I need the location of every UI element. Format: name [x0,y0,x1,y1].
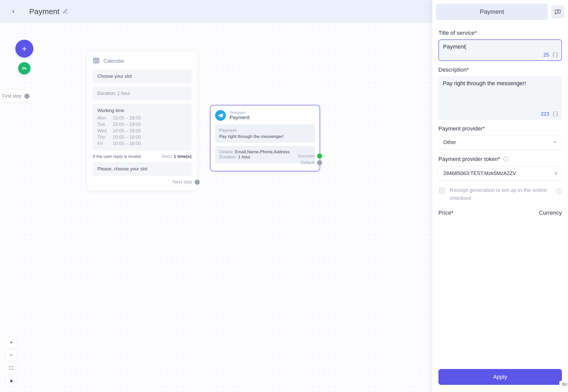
calendar-node-header: Calendar [93,57,192,65]
token-value: 284685063:TEST:Mzk5MzA2ZV [443,170,516,176]
price-currency-labels: Price* Currency [438,210,562,216]
provider-value: Other [443,139,456,145]
edit-title-icon[interactable] [62,7,68,16]
token-label: Payment provider token* ⓘ [438,155,562,163]
apply-button[interactable]: Apply [438,369,562,385]
provider-label: Payment provider* [438,125,562,132]
price-label: Price* [438,210,454,216]
duration-block: Duration: 1 hour [93,87,192,100]
payment-node[interactable]: Telegram Payment Payment Pay right throu… [210,105,320,171]
text-caret [466,44,466,50]
receipt-checkbox[interactable] [438,187,445,194]
title-input[interactable]: Payment [443,43,557,50]
payment-node-header: Telegram Payment [215,110,315,121]
payment-message-block: Payment Pay right through the messenger! [215,124,315,143]
chevron-down-icon [553,139,557,145]
calendar-node-title: Calendar [103,58,124,64]
first-step-label: First step [2,93,21,99]
svg-point-10 [96,60,97,61]
invalid-reply-row: If the user reply is invalid Retry 1 tim… [93,154,192,159]
provider-select[interactable]: Other [438,135,562,150]
wh-row: Tue10:00 – 18:00 [97,122,187,127]
port-default[interactable]: Default [301,160,322,165]
invalid-reply-label: If the user reply is invalid [93,154,141,159]
help-button[interactable] [551,5,564,18]
choose-slot-block: Choose your slot [93,70,192,83]
payment-output-ports: Success Default [298,154,322,165]
wh-row: Mon10:00 – 18:00 [97,115,187,121]
title-label: Title of service* [438,30,562,36]
zoom-in-button[interactable]: + [6,337,17,348]
add-node-button[interactable]: + [15,40,33,58]
title-input-wrapper[interactable]: Payment 25 { } [438,39,562,61]
info-icon[interactable]: ⓘ [556,188,562,195]
wh-row: Fri10:00 – 18:00 [97,141,187,146]
payment-block-body: Pay right through the messenger! [219,134,311,139]
connectors-layer [0,23,77,61]
success-port-dot[interactable] [317,154,322,159]
payment-channel: Telegram [229,110,250,115]
svg-point-12 [95,62,95,62]
calendar-icon [93,57,100,65]
fab-stack: + [15,40,33,74]
next-step-row: Next step [93,179,192,185]
desc-counter: 223 [541,111,549,117]
desc-input[interactable]: Pay right through the messenger! [443,80,558,87]
next-step-label: Next step [173,179,192,185]
side-panel-header: Payment [432,0,568,23]
payment-node-name: Payment [229,115,250,121]
desc-label: Description* [438,67,562,73]
insert-variable-icon[interactable]: { } [553,110,558,117]
back-button[interactable] [8,6,19,17]
working-time-title: Working time [97,108,187,113]
wh-row: Thu10:00 – 18:00 [97,135,187,140]
retry-label: Retry 1 time(s) [162,154,192,159]
clear-token-icon[interactable]: ✕ [554,170,558,177]
calendar-node[interactable]: Calendar Choose your slot Duration: 1 ho… [87,51,197,190]
corner-badge[interactable]: Bo [559,381,568,388]
side-panel-body: Title of service* Payment 25 { } Descrip… [432,23,568,364]
working-time-block: Working time Mon10:00 – 18:00 Tue10:00 –… [93,104,192,150]
page-title-text: Payment [29,7,59,16]
svg-rect-15 [10,380,12,382]
svg-point-9 [95,60,95,61]
receipt-checkbox-row: Receipt generation is set up in the onli… [438,186,562,202]
side-panel-tab[interactable]: Payment [436,4,548,20]
fullscreen-button[interactable] [6,362,17,374]
page-title: Payment [29,7,68,16]
wh-row: Wed10:00 – 18:00 [97,128,187,134]
svg-point-11 [97,60,98,61]
svg-point-13 [96,62,97,62]
svg-point-14 [97,62,98,62]
side-panel-footer: Apply [432,364,568,392]
desc-input-wrapper[interactable]: Pay right through the messenger! 223 { } [438,76,562,120]
lock-button[interactable] [6,375,17,386]
default-port-dot[interactable] [317,160,322,165]
svg-point-16 [558,12,558,13]
svg-marker-4 [25,68,27,69]
run-button[interactable] [18,62,30,74]
fallback-block: Please, choose your slot [93,162,192,176]
first-step-tab[interactable]: First step [0,90,27,103]
info-icon[interactable]: ⓘ [503,156,509,162]
zoom-out-button[interactable]: − [6,350,17,361]
insert-variable-icon[interactable]: { } [552,51,558,58]
currency-label: Currency [539,210,562,216]
title-counter: 25 [543,52,549,58]
side-panel: Payment Title of service* Payment 25 { }… [432,0,568,392]
telegram-icon [215,110,226,121]
next-step-port[interactable] [195,180,200,185]
receipt-label: Receipt generation is set up in the onli… [450,186,552,202]
zoom-controls: + − [6,337,17,386]
payment-block-title: Payment [219,128,311,133]
token-input[interactable]: 284685063:TEST:Mzk5MzA2ZV ✕ [438,166,562,181]
port-success[interactable]: Success [298,154,322,159]
